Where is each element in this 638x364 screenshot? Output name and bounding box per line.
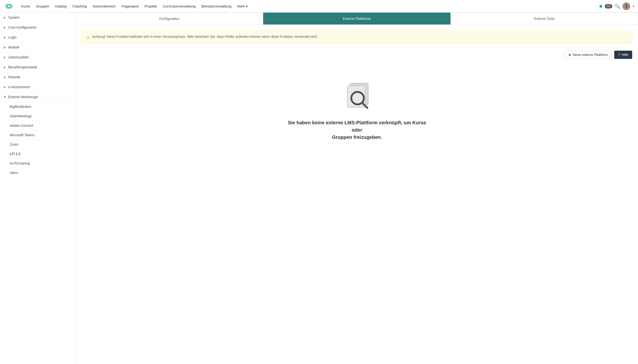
nav-kurse[interactable]: Kurse	[19, 3, 33, 10]
chevron-right-icon: ▶	[4, 26, 6, 29]
sidebar-item-reporte[interactable]: ▶ Reporte	[0, 72, 76, 82]
help-button[interactable]: ? Hilfe	[614, 51, 632, 59]
user-avatar[interactable]: 👤	[622, 2, 630, 10]
nav-katalog[interactable]: Katalog	[53, 3, 69, 10]
empty-state: Sie haben keine externe LMS-Plattform ve…	[82, 68, 632, 150]
sidebar-subitem-lti13[interactable]: LTI 1.3	[0, 149, 76, 159]
chevron-down-icon: ▾	[246, 4, 248, 8]
warning-text: Achtung! Diese Funktion befindet sich in…	[92, 34, 318, 39]
chevron-right-icon: ▶	[4, 56, 6, 59]
sidebar-item-module[interactable]: ▶ Module	[0, 42, 76, 52]
sidebar-item-login[interactable]: ▶ Login	[0, 32, 76, 42]
sidebar-item-system[interactable]: ▶ System	[0, 12, 76, 22]
nav-items: Kurse Gruppen Katalog Coaching Autorenbe…	[19, 3, 597, 10]
chevron-right-icon: ▶	[4, 86, 6, 89]
chevron-right-icon: ▶	[4, 76, 6, 79]
sidebar-item-core[interactable]: ▶ Core Konfiguration	[0, 22, 76, 32]
empty-state-icon	[340, 78, 374, 112]
warning-icon: ⚠	[86, 34, 90, 40]
sidebar-subitem-openmeetings[interactable]: OpenMeetings	[0, 112, 76, 121]
chevron-right-icon: ▶	[4, 16, 6, 19]
warning-banner: ⚠ Achtung! Diese Funktion befindet sich …	[82, 30, 632, 44]
sidebar-item-eassessment[interactable]: ▶ e-Assessment	[0, 82, 76, 92]
avatar-chevron-icon[interactable]: ▾	[633, 4, 634, 8]
sidebar-item-bezahlung[interactable]: ▶ Bezahlungsmodule	[0, 62, 76, 72]
nav-mehr[interactable]: Mehr ▾	[235, 3, 250, 10]
sidebar-subitem-adobeconnect[interactable]: Adobe Connect	[0, 121, 76, 130]
sidebar-subitem-zoom[interactable]: Zoom	[0, 140, 76, 149]
sidebar-subitem-vitero[interactable]: vitero	[0, 168, 76, 178]
nav-right: 0/0 🔍 👤 ▾	[599, 2, 634, 10]
sidebar-item-externe-werkzeuge[interactable]: ▶ Externe Werkzeuge	[0, 92, 76, 102]
main-content: Konfiguration Externe Plattforme Externe…	[76, 12, 638, 364]
toolbar: ⊕ Neue externe Plattform ? Hilfe	[82, 51, 632, 59]
chevron-right-icon: ▶	[4, 46, 6, 49]
sidebar-subitem-gototraining[interactable]: GoToTraining	[0, 159, 76, 168]
svg-point-3	[352, 93, 363, 104]
nav-gruppen[interactable]: Gruppen	[34, 3, 52, 10]
nav-benutzerverwaltung[interactable]: Benutzerverwaltung	[199, 3, 234, 10]
status-dot	[599, 5, 602, 8]
tab-bar: Konfiguration Externe Plattforme Externe…	[76, 12, 638, 25]
content-area: ⚠ Achtung! Diese Funktion befindet sich …	[76, 25, 638, 364]
logo[interactable]	[4, 1, 14, 12]
search-icon[interactable]: 🔍	[615, 4, 620, 9]
chevron-right-icon: ▶	[4, 36, 6, 39]
session-counter: 0/0	[605, 4, 612, 8]
nav-curriculumverwaltung[interactable]: Curriculumverwaltung	[160, 3, 198, 10]
main-layout: ▶ System ▶ Core Konfiguration ▶ Login ▶ …	[0, 12, 638, 364]
nav-fragenpool[interactable]: Fragenpool	[119, 3, 141, 10]
plus-icon: ⊕	[568, 53, 571, 57]
nav-coaching[interactable]: Coaching	[70, 3, 89, 10]
sidebar-item-lebenszyklen[interactable]: ▶ Lebenszyklen	[0, 52, 76, 62]
tab-externe-plattforme[interactable]: Externe Plattforme	[263, 12, 451, 24]
sidebar-subitem-bigbluebutton[interactable]: BigBlueButton	[0, 102, 76, 112]
chevron-right-icon: ▶	[4, 66, 6, 69]
sidebar-subitem-microsoftteams[interactable]: Microsoft Teams	[0, 130, 76, 140]
nav-autorenbereich[interactable]: Autorenbereich	[90, 3, 118, 10]
chevron-down-icon: ▶	[4, 96, 7, 98]
tab-externe-tools[interactable]: Externe Tools	[451, 12, 638, 24]
new-platform-button[interactable]: ⊕ Neue externe Plattform	[564, 51, 612, 59]
help-icon: ?	[618, 53, 620, 57]
empty-state-text: Sie haben keine externe LMS-Plattform ve…	[284, 119, 430, 141]
nav-projekte[interactable]: Projekte	[142, 3, 159, 10]
sidebar: ▶ System ▶ Core Konfiguration ▶ Login ▶ …	[0, 12, 76, 364]
tab-konfiguration[interactable]: Konfiguration	[76, 12, 263, 24]
top-navigation: Kurse Gruppen Katalog Coaching Autorenbe…	[0, 0, 638, 12]
